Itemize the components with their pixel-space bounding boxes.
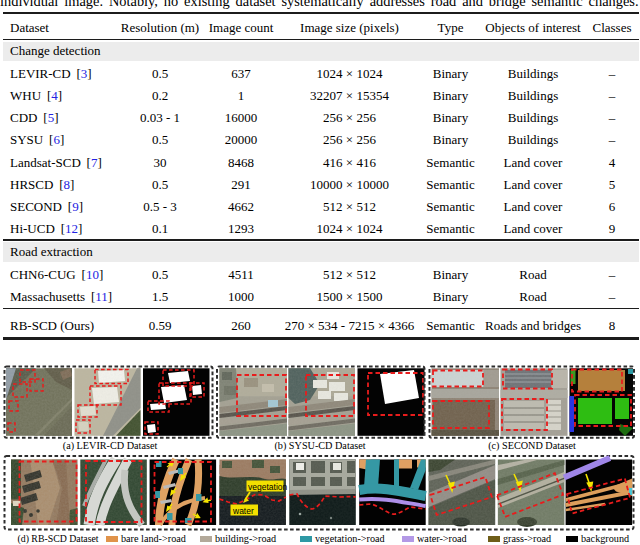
svg-text:vegetation: vegetation (248, 482, 287, 492)
svg-text:water: water (232, 506, 254, 516)
